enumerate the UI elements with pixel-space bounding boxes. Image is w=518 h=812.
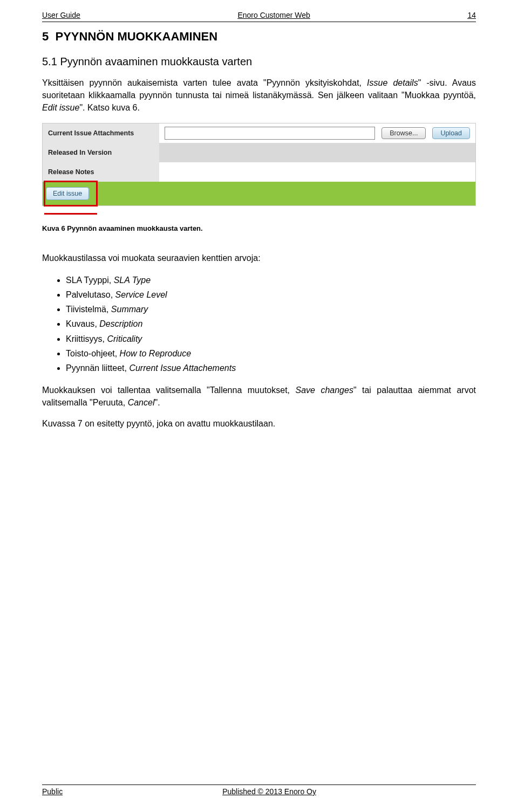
list-item: SLA Tyyppi, SLA Type	[66, 273, 476, 287]
footer-center: Published © 2013 Enoro Oy	[222, 787, 316, 796]
list-item: Kuvaus, Description	[66, 316, 476, 331]
subsection-heading: 5.1 Pyynnön avaaminen muokkausta varten	[42, 56, 476, 68]
figure-caption: Kuva 6 Pyynnön avaaminen muokkausta vart…	[42, 224, 476, 232]
released-in-version-row: Released In Version	[43, 143, 475, 162]
paragraph-2: Muokkauksen voi tallentaa valitsemalla "…	[42, 384, 476, 409]
document-page: User Guide Enoro Customer Web 14 5 PYYNN…	[0, 0, 518, 812]
section-number: 5	[42, 30, 49, 43]
paragraph-1: Yksittäisen pyynnön aukaisemista varten …	[42, 77, 476, 114]
attachments-row: Current Issue Attachments Browse... Uplo…	[43, 123, 475, 143]
upload-button[interactable]: Upload	[432, 127, 470, 139]
list-item: Kriittisyys, Criticality	[66, 332, 476, 346]
page-footer: Public Published © 2013 Enoro Oy	[42, 787, 476, 796]
fields-list: SLA Tyyppi, SLA Type Palvelutaso, Servic…	[66, 273, 476, 375]
embedded-screenshot: Current Issue Attachments Browse... Uplo…	[42, 123, 476, 206]
release-notes-row: Release Notes	[43, 162, 475, 182]
file-input[interactable]	[165, 127, 375, 140]
list-item: Tiivistelmä, Summary	[66, 302, 476, 316]
released-in-version-label: Released In Version	[43, 143, 159, 162]
subsection-title: Pyynnön avaaminen muokkausta varten	[60, 56, 252, 67]
footer-divider	[42, 785, 476, 785]
list-item: Palvelutaso, Service Level	[66, 287, 476, 302]
list-intro: Muokkaustilassa voi muokata seuraavien k…	[42, 252, 476, 264]
attachments-cell: Browse... Upload	[159, 123, 475, 143]
header-page-number: 14	[467, 11, 476, 19]
header-divider	[42, 22, 476, 22]
page-header: User Guide Enoro Customer Web 14	[42, 11, 476, 19]
release-notes-label: Release Notes	[43, 162, 159, 182]
list-item: Pyynnän liitteet, Current Issue Attachem…	[66, 361, 476, 375]
footer-left: Public	[42, 787, 63, 796]
browse-button[interactable]: Browse...	[381, 127, 426, 139]
edit-issue-button[interactable]: Edit issue	[46, 187, 89, 200]
edit-issue-bar: Edit issue	[43, 182, 475, 205]
release-notes-cell	[159, 162, 475, 182]
paragraph-3: Kuvassa 7 on esitetty pyyntö, joka on av…	[42, 417, 476, 430]
section-title: PYYNNÖN MUOKKAAMINEN	[55, 30, 217, 43]
released-in-version-cell	[159, 143, 475, 162]
attachments-label: Current Issue Attachments	[43, 123, 159, 143]
header-center: Enoro Customer Web	[237, 11, 310, 19]
list-item: Toisto-ohjeet, How to Reproduce	[66, 346, 476, 361]
section-heading: 5 PYYNNÖN MUOKKAAMINEN	[42, 30, 476, 44]
subsection-number: 5.1	[42, 56, 57, 67]
header-left: User Guide	[42, 11, 80, 19]
